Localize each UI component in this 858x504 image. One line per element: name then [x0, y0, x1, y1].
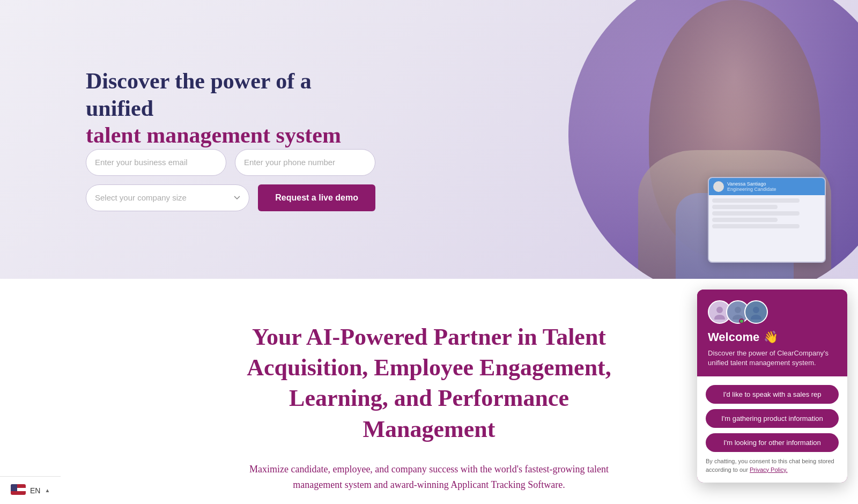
section-subtitle: Maximize candidate, employee, and compan…: [247, 462, 611, 493]
language-code: EN: [30, 486, 40, 495]
tablet-avatar: [713, 181, 724, 192]
hero-content: Discover the power of a unified talent m…: [0, 25, 375, 254]
chat-widget: Welcome 👋 Discover the power of ClearCom…: [697, 290, 847, 483]
tablet-mockup: Vanessa Santiago Engineering Candidate: [708, 177, 826, 263]
hero-title-line1: Discover the power of a unified: [86, 69, 312, 120]
hero-section: Discover the power of a unified talent m…: [0, 0, 858, 279]
tablet-row: [712, 211, 800, 216]
email-field[interactable]: [86, 149, 226, 176]
online-indicator: [739, 318, 744, 324]
chat-avatars: [708, 300, 837, 324]
section-title: Your AI-Powered Partner in Talent Acquis…: [236, 322, 622, 444]
tablet-body: [709, 195, 825, 234]
tablet-header-content: Vanessa Santiago Engineering Candidate: [727, 181, 776, 192]
chat-consent-text: By chatting, you consent to this chat be…: [706, 457, 839, 474]
tablet-row: [712, 205, 778, 209]
privacy-policy-link[interactable]: Privacy Policy.: [750, 466, 788, 473]
svg-point-1: [714, 315, 725, 320]
tablet-row: [712, 224, 800, 228]
phone-field[interactable]: [235, 149, 375, 176]
chevron-up-icon: ▲: [45, 487, 50, 493]
svg-point-2: [735, 307, 741, 313]
chat-avatar-3: [744, 300, 768, 324]
svg-point-4: [753, 307, 759, 313]
avatar-wrapper-3: [744, 300, 763, 324]
chat-welcome-text: Welcome 👋: [708, 330, 837, 344]
tablet-row: [712, 198, 800, 203]
chat-option-sales[interactable]: I'd like to speak with a sales rep: [706, 385, 839, 404]
demo-button[interactable]: Request a live demo: [258, 184, 375, 211]
chat-header: Welcome 👋 Discover the power of ClearCom…: [697, 290, 847, 376]
avatar-wrapper-1: [708, 300, 726, 324]
form-row-1: [86, 149, 375, 176]
language-selector[interactable]: EN ▲: [0, 476, 61, 504]
tablet-row: [712, 218, 778, 222]
company-size-select[interactable]: Select your company size 1–50 51–200 201…: [86, 184, 249, 211]
chat-option-other[interactable]: I'm looking for other information: [706, 433, 839, 452]
svg-point-0: [716, 307, 723, 313]
chat-body: I'd like to speak with a sales rep I'm g…: [697, 376, 847, 483]
svg-point-5: [751, 315, 761, 320]
hero-title-line2: talent management system: [86, 123, 341, 147]
flag-icon: [11, 484, 26, 496]
hero-image-area: Vanessa Santiago Engineering Candidate: [483, 0, 858, 279]
form-row-2: Select your company size 1–50 51–200 201…: [86, 184, 375, 211]
chat-option-product[interactable]: I'm gathering product information: [706, 409, 839, 428]
tablet-header: Vanessa Santiago Engineering Candidate: [709, 178, 825, 195]
chat-description: Discover the power of ClearCompany's uni…: [708, 349, 837, 368]
avatar-wrapper-2: [726, 300, 744, 324]
